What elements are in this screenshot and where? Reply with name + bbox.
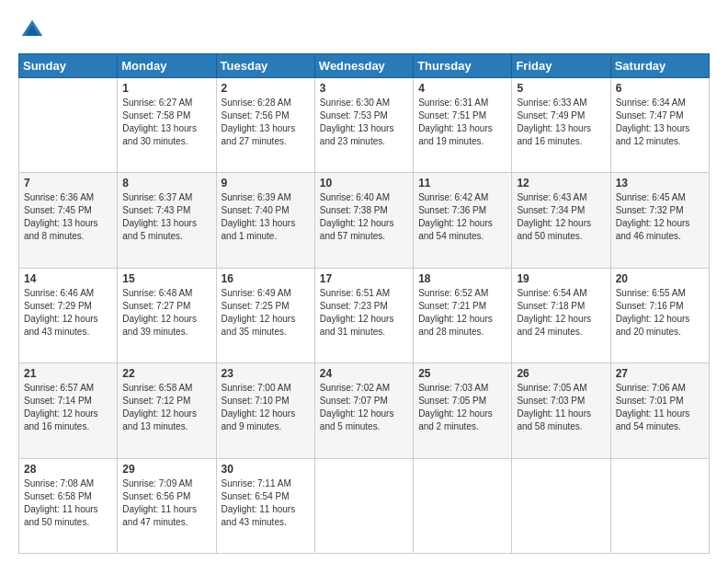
- day-number: 15: [122, 272, 210, 285]
- day-number: 16: [222, 272, 310, 285]
- day-info: Sunrise: 6:45 AMSunset: 7:32 PMDaylight:…: [616, 191, 704, 243]
- day-info: Sunrise: 6:34 AMSunset: 7:47 PMDaylight:…: [616, 97, 704, 148]
- calendar-cell: 4Sunrise: 6:31 AMSunset: 7:51 PMDaylight…: [414, 78, 512, 173]
- day-info: Sunrise: 6:36 AMSunset: 7:45 PMDaylight:…: [24, 191, 112, 243]
- day-number: 9: [222, 177, 310, 190]
- calendar-cell: 30Sunrise: 7:11 AMSunset: 6:54 PMDayligh…: [216, 458, 314, 553]
- day-info: Sunrise: 7:08 AMSunset: 6:58 PMDaylight:…: [24, 477, 112, 529]
- calendar-cell: 9Sunrise: 6:39 AMSunset: 7:40 PMDaylight…: [216, 173, 314, 268]
- calendar-cell: 11Sunrise: 6:42 AMSunset: 7:36 PMDayligh…: [414, 173, 512, 268]
- day-info: Sunrise: 6:39 AMSunset: 7:40 PMDaylight:…: [222, 191, 310, 243]
- calendar-cell: 17Sunrise: 6:51 AMSunset: 7:23 PMDayligh…: [314, 268, 413, 362]
- calendar-cell: 13Sunrise: 6:45 AMSunset: 7:32 PMDayligh…: [610, 173, 709, 268]
- calendar-table: SundayMondayTuesdayWednesdayThursdayFrid…: [18, 53, 710, 554]
- day-number: 18: [418, 272, 506, 285]
- day-info: Sunrise: 6:52 AMSunset: 7:21 PMDaylight:…: [418, 287, 506, 339]
- calendar-cell: [414, 458, 512, 553]
- calendar-week-row: 28Sunrise: 7:08 AMSunset: 6:58 PMDayligh…: [19, 458, 710, 553]
- day-info: Sunrise: 7:05 AMSunset: 7:03 PMDaylight:…: [517, 382, 605, 433]
- day-number: 19: [517, 272, 605, 285]
- day-number: 25: [418, 367, 506, 380]
- day-number: 3: [320, 82, 408, 95]
- day-info: Sunrise: 6:49 AMSunset: 7:25 PMDaylight:…: [222, 287, 310, 339]
- calendar-cell: [314, 458, 413, 553]
- calendar-cell: 6Sunrise: 6:34 AMSunset: 7:47 PMDaylight…: [610, 78, 709, 173]
- calendar-header-row: SundayMondayTuesdayWednesdayThursdayFrid…: [19, 54, 710, 78]
- day-number: 30: [222, 463, 310, 476]
- day-number: 23: [222, 367, 310, 380]
- day-number: 12: [517, 177, 605, 190]
- day-info: Sunrise: 7:06 AMSunset: 7:01 PMDaylight:…: [616, 382, 704, 433]
- day-info: Sunrise: 7:02 AMSunset: 7:07 PMDaylight:…: [320, 382, 408, 433]
- day-info: Sunrise: 7:00 AMSunset: 7:10 PMDaylight:…: [222, 382, 310, 433]
- day-number: 20: [616, 272, 704, 285]
- day-info: Sunrise: 6:28 AMSunset: 7:56 PMDaylight:…: [222, 97, 310, 148]
- logo-icon: [18, 17, 46, 44]
- day-number: 28: [24, 463, 112, 476]
- page: SundayMondayTuesdayWednesdayThursdayFrid…: [0, 0, 728, 563]
- day-number: 11: [418, 177, 506, 190]
- calendar-cell: 24Sunrise: 7:02 AMSunset: 7:07 PMDayligh…: [314, 363, 413, 458]
- day-info: Sunrise: 6:37 AMSunset: 7:43 PMDaylight:…: [122, 191, 210, 243]
- calendar-cell: 2Sunrise: 6:28 AMSunset: 7:56 PMDaylight…: [216, 78, 314, 173]
- calendar-cell: 21Sunrise: 6:57 AMSunset: 7:14 PMDayligh…: [19, 363, 118, 458]
- weekday-header: Tuesday: [216, 54, 314, 78]
- day-number: 6: [616, 82, 704, 95]
- day-number: 5: [517, 82, 605, 95]
- weekday-header: Thursday: [414, 54, 512, 78]
- calendar-cell: [19, 78, 118, 173]
- day-info: Sunrise: 6:46 AMSunset: 7:29 PMDaylight:…: [24, 287, 112, 339]
- day-number: 29: [122, 463, 210, 476]
- day-number: 26: [517, 367, 605, 380]
- calendar-week-row: 21Sunrise: 6:57 AMSunset: 7:14 PMDayligh…: [19, 363, 710, 458]
- day-number: 27: [616, 367, 704, 380]
- calendar-week-row: 1Sunrise: 6:27 AMSunset: 7:58 PMDaylight…: [19, 78, 710, 173]
- day-number: 24: [320, 367, 408, 380]
- calendar-week-row: 7Sunrise: 6:36 AMSunset: 7:45 PMDaylight…: [19, 173, 710, 268]
- calendar-cell: 1Sunrise: 6:27 AMSunset: 7:58 PMDaylight…: [118, 78, 216, 173]
- day-info: Sunrise: 6:54 AMSunset: 7:18 PMDaylight:…: [517, 287, 605, 339]
- day-info: Sunrise: 6:42 AMSunset: 7:36 PMDaylight:…: [418, 191, 506, 243]
- day-info: Sunrise: 6:48 AMSunset: 7:27 PMDaylight:…: [122, 287, 210, 339]
- weekday-header: Sunday: [19, 54, 118, 78]
- day-info: Sunrise: 6:43 AMSunset: 7:34 PMDaylight:…: [517, 191, 605, 243]
- day-number: 22: [122, 367, 210, 380]
- day-number: 1: [122, 82, 210, 95]
- day-info: Sunrise: 6:55 AMSunset: 7:16 PMDaylight:…: [616, 287, 704, 339]
- weekday-header: Saturday: [610, 54, 709, 78]
- calendar-cell: 25Sunrise: 7:03 AMSunset: 7:05 PMDayligh…: [414, 363, 512, 458]
- weekday-header: Friday: [512, 54, 610, 78]
- day-number: 13: [616, 177, 704, 190]
- day-info: Sunrise: 7:11 AMSunset: 6:54 PMDaylight:…: [222, 477, 310, 529]
- day-number: 2: [222, 82, 310, 95]
- calendar-cell: 22Sunrise: 6:58 AMSunset: 7:12 PMDayligh…: [118, 363, 216, 458]
- day-info: Sunrise: 6:31 AMSunset: 7:51 PMDaylight:…: [418, 97, 506, 148]
- calendar-cell: 14Sunrise: 6:46 AMSunset: 7:29 PMDayligh…: [19, 268, 118, 362]
- day-info: Sunrise: 6:27 AMSunset: 7:58 PMDaylight:…: [122, 97, 210, 148]
- calendar-cell: 28Sunrise: 7:08 AMSunset: 6:58 PMDayligh…: [19, 458, 118, 553]
- day-number: 10: [320, 177, 408, 190]
- weekday-header: Wednesday: [314, 54, 413, 78]
- day-info: Sunrise: 7:03 AMSunset: 7:05 PMDaylight:…: [418, 382, 506, 433]
- day-number: 4: [418, 82, 506, 95]
- calendar-cell: 3Sunrise: 6:30 AMSunset: 7:53 PMDaylight…: [314, 78, 413, 173]
- calendar-cell: 12Sunrise: 6:43 AMSunset: 7:34 PMDayligh…: [512, 173, 610, 268]
- day-number: 8: [122, 177, 210, 190]
- day-info: Sunrise: 6:30 AMSunset: 7:53 PMDaylight:…: [320, 97, 408, 148]
- calendar-cell: 16Sunrise: 6:49 AMSunset: 7:25 PMDayligh…: [216, 268, 314, 362]
- day-info: Sunrise: 6:40 AMSunset: 7:38 PMDaylight:…: [320, 191, 408, 243]
- day-info: Sunrise: 6:58 AMSunset: 7:12 PMDaylight:…: [122, 382, 210, 433]
- calendar-cell: [512, 458, 610, 553]
- calendar-week-row: 14Sunrise: 6:46 AMSunset: 7:29 PMDayligh…: [19, 268, 710, 362]
- calendar-cell: 15Sunrise: 6:48 AMSunset: 7:27 PMDayligh…: [118, 268, 216, 362]
- day-info: Sunrise: 6:33 AMSunset: 7:49 PMDaylight:…: [517, 97, 605, 148]
- calendar-cell: 19Sunrise: 6:54 AMSunset: 7:18 PMDayligh…: [512, 268, 610, 362]
- calendar-cell: 29Sunrise: 7:09 AMSunset: 6:56 PMDayligh…: [118, 458, 216, 553]
- day-info: Sunrise: 6:51 AMSunset: 7:23 PMDaylight:…: [320, 287, 408, 339]
- calendar-cell: 7Sunrise: 6:36 AMSunset: 7:45 PMDaylight…: [19, 173, 118, 268]
- day-number: 7: [24, 177, 112, 190]
- calendar-cell: 5Sunrise: 6:33 AMSunset: 7:49 PMDaylight…: [512, 78, 610, 173]
- calendar-cell: 18Sunrise: 6:52 AMSunset: 7:21 PMDayligh…: [414, 268, 512, 362]
- calendar-cell: 26Sunrise: 7:05 AMSunset: 7:03 PMDayligh…: [512, 363, 610, 458]
- calendar-cell: 27Sunrise: 7:06 AMSunset: 7:01 PMDayligh…: [610, 363, 709, 458]
